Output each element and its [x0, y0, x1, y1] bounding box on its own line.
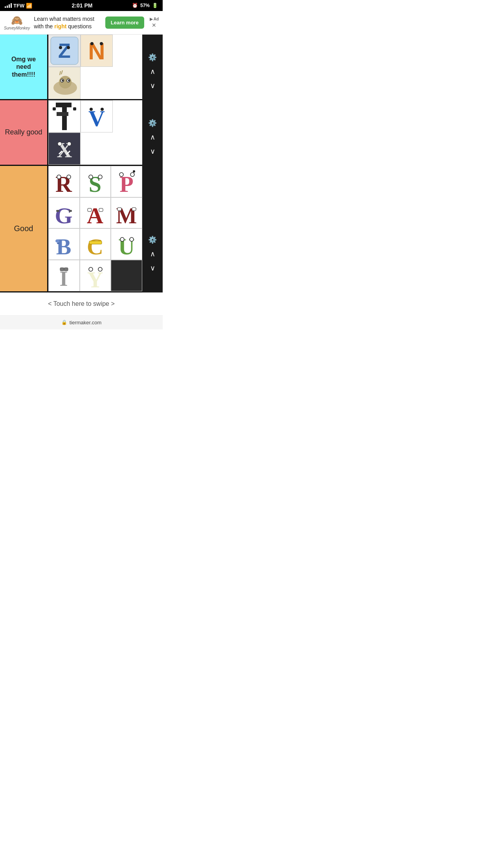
settings-button-really-good[interactable]: ⚙️ — [144, 116, 161, 130]
tier-item-c[interactable]: C — [80, 228, 111, 260]
tier-item-r[interactable]: R — [48, 166, 80, 197]
ad-logo: 🙈 SurveyMonkey — [4, 15, 30, 30]
svg-rect-16 — [56, 103, 72, 107]
settings-button-omg[interactable]: ⚙️ — [144, 50, 161, 64]
bottom-bar: 🔒 tiermaker.com — [0, 315, 163, 329]
char-v-svg: V — [81, 101, 112, 132]
svg-rect-57 — [60, 268, 64, 271]
tier-item-m[interactable]: M — [111, 197, 142, 229]
svg-text:Z: Z — [58, 39, 71, 62]
tierlist-main: Omg we need them!!!! Z N — [0, 35, 142, 292]
svg-rect-44 — [99, 208, 103, 211]
svg-point-11 — [62, 80, 63, 81]
char-n-svg: N — [81, 35, 112, 66]
svg-text:B: B — [56, 234, 72, 259]
battery-percent: 57% — [140, 3, 150, 8]
tier-row-omg: Omg we need them!!!! Z N — [0, 35, 142, 100]
svg-rect-21 — [90, 108, 93, 111]
svg-point-8 — [59, 76, 72, 88]
ad-mark: ▶Ad — [150, 17, 159, 21]
svg-point-37 — [130, 173, 134, 177]
up-button-omg[interactable]: ∧ — [144, 64, 161, 79]
tier-item-b[interactable]: B — [48, 228, 80, 260]
svg-point-61 — [98, 267, 102, 271]
url-label: tiermaker.com — [70, 320, 102, 326]
char-p-svg: P — [112, 166, 141, 197]
ad-logo-text: SurveyMonkey — [4, 26, 30, 30]
down-button-omg[interactable]: ∨ — [144, 79, 161, 93]
char-g-svg: G — [49, 197, 79, 229]
tier-item-n[interactable]: N — [81, 35, 113, 67]
svg-text:G: G — [55, 203, 73, 228]
tier-item-s[interactable]: S — [80, 166, 111, 197]
tier-item-slug[interactable] — [48, 67, 81, 99]
signal-bars — [5, 3, 12, 8]
tier-item-v[interactable]: V — [81, 100, 113, 132]
char-x-svg: X — [49, 133, 80, 164]
svg-text:C: C — [87, 234, 103, 259]
tier-item-a[interactable]: A — [80, 197, 111, 229]
down-button-good[interactable]: ∨ — [144, 261, 161, 275]
swipe-hint[interactable]: < Touch here to swipe > — [0, 292, 163, 315]
char-i-svg: I — [49, 260, 79, 291]
svg-text:M: M — [116, 204, 137, 228]
svg-rect-52 — [89, 241, 102, 244]
swipe-hint-text: < Touch here to swipe > — [48, 300, 115, 307]
svg-rect-22 — [101, 108, 104, 111]
char-s-svg: S — [81, 166, 110, 197]
svg-rect-50 — [57, 243, 59, 244]
ad-highlight: right — [54, 23, 66, 29]
ad-line2: with the — [34, 23, 54, 29]
tier-items-omg: Z N — [47, 35, 142, 99]
svg-point-26 — [67, 142, 71, 146]
char-r-svg: R — [49, 166, 79, 197]
ad-line3: questions — [66, 23, 92, 29]
tier-item-f[interactable] — [48, 100, 81, 132]
tier-items-good: R S P — [47, 166, 142, 291]
tier-item-y[interactable]: Y — [80, 260, 111, 291]
svg-point-55 — [130, 237, 134, 241]
tier-item-g[interactable]: G — [48, 197, 80, 229]
tier-item-z[interactable]: Z — [48, 35, 81, 67]
alarm-icon: ⏰ — [132, 3, 138, 8]
tierlist-wrapper: Omg we need them!!!! Z N — [0, 35, 163, 292]
svg-rect-17 — [57, 112, 68, 116]
tier-item-p[interactable]: P — [111, 166, 142, 197]
tier-item-i[interactable]: I — [48, 260, 80, 291]
status-right: ⏰ 57% 🔋 — [132, 3, 158, 8]
svg-text:A: A — [87, 203, 103, 228]
ad-close-icon[interactable]: ✕ — [152, 22, 156, 28]
up-button-good[interactable]: ∧ — [144, 247, 161, 261]
tier-item-u[interactable]: U — [111, 228, 142, 260]
tier-row-good: Good R S — [0, 166, 142, 292]
tier-label-really-good: Really good — [0, 100, 47, 165]
svg-rect-49 — [55, 239, 59, 243]
svg-text:N: N — [88, 38, 105, 64]
down-button-really-good[interactable]: ∨ — [144, 144, 161, 158]
char-slug-svg — [49, 67, 80, 99]
svg-point-33 — [89, 175, 93, 179]
ad-banner: 🙈 SurveyMonkey Learn what matters most w… — [0, 11, 163, 35]
svg-point-12 — [68, 80, 70, 81]
up-button-really-good[interactable]: ∧ — [144, 130, 161, 144]
settings-button-good[interactable]: ⚙️ — [144, 233, 161, 247]
tier-items-really-good: V X — [47, 100, 142, 165]
tier-item-x[interactable]: X — [48, 132, 81, 165]
svg-point-31 — [67, 175, 71, 179]
tier-item-empty — [111, 260, 142, 291]
learn-more-button[interactable]: Learn more — [105, 17, 144, 29]
svg-rect-47 — [132, 208, 136, 211]
svg-point-25 — [58, 142, 62, 146]
surveymonkey-logo-icon: 🙈 — [11, 15, 23, 26]
svg-rect-5 — [90, 42, 94, 45]
svg-point-36 — [119, 173, 123, 177]
sidebar-group-really-good: ⚙️ ∧ ∨ — [142, 94, 163, 160]
svg-point-34 — [98, 175, 102, 179]
char-y-svg: Y — [81, 260, 110, 291]
lock-icon: 🔒 — [61, 320, 67, 325]
svg-rect-43 — [88, 208, 92, 211]
char-b-svg: B — [49, 228, 79, 260]
status-left: TFW 📶 — [5, 3, 32, 9]
svg-point-2 — [59, 46, 62, 49]
char-a-svg: A — [81, 197, 110, 229]
